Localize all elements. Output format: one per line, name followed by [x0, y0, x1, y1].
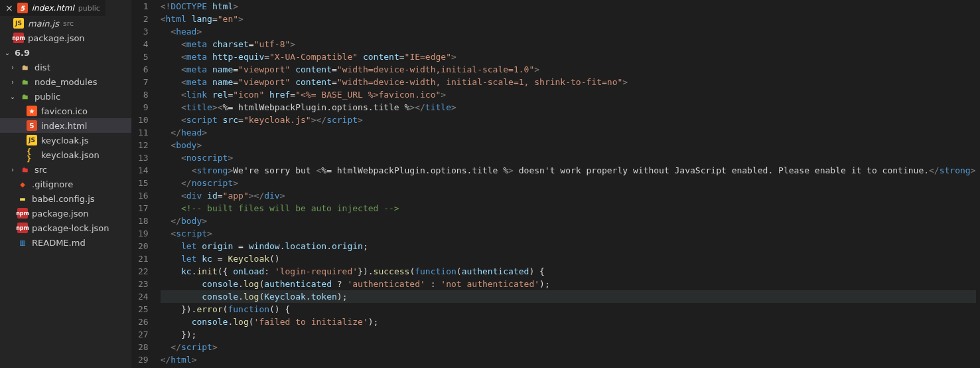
close-icon[interactable]: × [5, 3, 13, 13]
code-editor: 1234567891011121314151617181920212223242… [131, 0, 980, 368]
root-label: 6.9 [15, 48, 30, 58]
file-babel.config.js[interactable]: ▬babel.config.js [0, 191, 131, 206]
file-keycloak.js[interactable]: JSkeycloak.js [0, 133, 131, 147]
file-README.md[interactable]: ▥README.md [0, 235, 131, 250]
editor-tabs: × 5 index.html public [0, 0, 131, 16]
chevron-down-icon: ⌄ [4, 49, 11, 56]
file-icon: ▬ [17, 193, 28, 204]
folder-label: public [35, 92, 60, 102]
file-label: main.js [28, 19, 59, 29]
file-label: package-lock.json [32, 223, 109, 233]
folder-label: src [35, 165, 47, 175]
folder-src[interactable]: ›🖿src [0, 162, 131, 177]
folder-icon: 🖿 [20, 164, 31, 175]
folder-label: dist [35, 62, 50, 72]
chevron-right-icon: › [9, 78, 16, 86]
folder-icon: 🖿 [20, 62, 31, 72]
file-label: favicon.ico [41, 106, 88, 116]
file-label: package.json [32, 209, 89, 219]
tab-index-html[interactable]: × 5 index.html public [0, 0, 105, 16]
folder-label: node_modules [35, 77, 97, 87]
file-label: babel.config.js [32, 194, 95, 204]
file-label: package.json [28, 33, 85, 43]
file-.gitignore[interactable]: ◆.gitignore [0, 177, 131, 191]
chevron-right-icon: › [9, 166, 16, 173]
open-editor-packagejson[interactable]: npm package.json [0, 31, 131, 45]
code-area[interactable]: 1234567891011121314151617181920212223242… [131, 0, 980, 368]
file-favicon.ico[interactable]: ★favicon.ico [0, 104, 131, 118]
file-package.json[interactable]: npmpackage.json [0, 206, 131, 221]
chevron-down-icon: ⌄ [9, 93, 16, 100]
file-icon: npm [17, 208, 28, 219]
folder-icon: 🖿 [20, 91, 31, 102]
js-icon: JS [13, 18, 24, 29]
file-index.html[interactable]: 5index.html [0, 118, 131, 133]
open-editor-mainjs[interactable]: JS main.js src [0, 16, 131, 31]
tab-label: index.html [32, 3, 74, 13]
file-tree: ›🖿dist›🖿node_modules⌄🖿public★favicon.ico… [0, 60, 131, 250]
file-icon: npm [17, 223, 28, 233]
explorer-sidebar: × 5 index.html public JS main.js src npm… [0, 0, 131, 368]
project-root[interactable]: ⌄ 6.9 [0, 45, 131, 60]
folder-node_modules[interactable]: ›🖿node_modules [0, 74, 131, 89]
file-meta: src [63, 19, 74, 28]
file-icon: ★ [27, 106, 37, 116]
file-label: README.md [32, 238, 86, 248]
file-label: index.html [41, 121, 87, 131]
code-content[interactable]: <!DOCTYPE html><html lang="en"> <head> <… [161, 0, 980, 368]
chevron-right-icon: › [9, 64, 16, 71]
file-label: keycloak.json [41, 150, 100, 160]
file-package-lock.json[interactable]: npmpackage-lock.json [0, 221, 131, 235]
html5-icon: 5 [17, 3, 28, 13]
line-gutter: 1234567891011121314151617181920212223242… [131, 0, 161, 368]
file-label: .gitignore [32, 179, 73, 189]
tab-meta: public [78, 4, 100, 13]
file-keycloak.json[interactable]: { }keycloak.json [0, 147, 131, 162]
file-icon: JS [27, 135, 37, 145]
folder-icon: 🖿 [20, 76, 31, 87]
file-label: keycloak.js [41, 136, 88, 145]
folder-public[interactable]: ⌄🖿public [0, 89, 131, 104]
file-icon: { } [27, 149, 37, 160]
npm-icon: npm [13, 33, 24, 43]
file-icon: ◆ [17, 179, 28, 189]
file-icon: 5 [27, 120, 37, 131]
folder-dist[interactable]: ›🖿dist [0, 60, 131, 74]
file-icon: ▥ [17, 237, 28, 248]
